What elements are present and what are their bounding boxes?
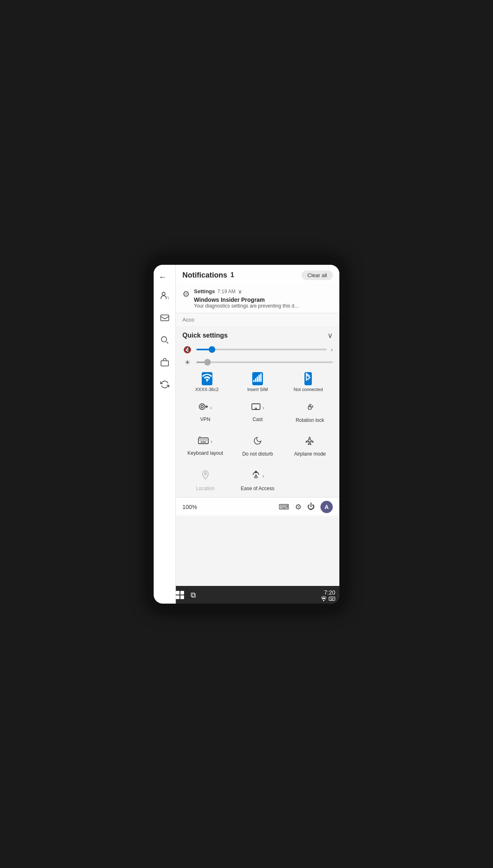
notification-body: Settings 7:19 AM ∨ Windows Insider Progr…	[194, 288, 333, 309]
vpn-arrow-icon: ›	[210, 405, 212, 411]
battery-percentage: 100%	[182, 504, 197, 510]
brightness-slider-track[interactable]	[196, 361, 333, 363]
settings-icon[interactable]: ⚙	[295, 502, 302, 512]
rotation-lock-icon-row	[305, 403, 315, 414]
location-grid-cell[interactable]: Location	[179, 464, 231, 495]
cast-arrow-icon: ›	[263, 405, 264, 411]
brightness-slider-row: ☀	[176, 356, 339, 369]
volume-arrow-icon: ›	[331, 346, 333, 353]
ease-icon-row: ›	[251, 470, 264, 482]
main-tiles-row: › XXXX-36c2	[176, 369, 339, 395]
wifi-tile[interactable]: ›	[202, 372, 212, 385]
volume-slider-track[interactable]	[196, 349, 327, 350]
bluetooth-tile-wrapper: › Not connected	[284, 372, 333, 392]
empty-grid-cell	[284, 464, 336, 495]
location-label: Location	[196, 486, 214, 491]
sidebar-item-people[interactable]	[159, 289, 171, 302]
settings-gear-icon: ⚙	[182, 289, 190, 299]
bottom-bar: 100% ⌨ ⚙ ⏻ A	[176, 497, 339, 516]
account-label: Acco	[182, 317, 194, 323]
notification-desc: Your diagnostics settings are preventing…	[194, 303, 301, 309]
back-button[interactable]: ←	[159, 272, 167, 282]
cast-icon-row: ›	[251, 403, 264, 413]
notification-count: 1	[230, 271, 234, 279]
location-icon-row	[201, 470, 210, 482]
rotation-lock-grid-cell[interactable]: Rotation lock	[284, 397, 336, 427]
keyboard-layout-grid-cell[interactable]: A › Keyboard layout	[179, 431, 231, 461]
brightness-slider-thumb	[204, 359, 211, 366]
svg-rect-3	[161, 361, 168, 366]
taskbar-left: ⧉	[176, 591, 196, 599]
svg-rect-15	[198, 438, 208, 444]
svg-text:A: A	[199, 436, 201, 438]
sidebar-item-search[interactable]	[159, 334, 171, 346]
svg-point-24	[323, 599, 324, 601]
airplane-icon	[305, 436, 315, 448]
svg-point-0	[162, 292, 165, 295]
notification-time: 7:19 AM	[217, 289, 235, 294]
dnd-icon-row	[253, 436, 262, 448]
sim-tile[interactable]: ›	[252, 372, 263, 385]
bluetooth-tile-label: Not connected	[294, 387, 323, 392]
dnd-grid-cell[interactable]: Do not disturb	[231, 431, 283, 461]
keyboard-icon[interactable]: ⌨	[279, 502, 289, 512]
svg-rect-7	[255, 378, 256, 382]
sidebar-item-work[interactable]	[159, 356, 171, 368]
user-avatar[interactable]: A	[320, 501, 333, 513]
qs-grid-row3: Location	[176, 463, 339, 497]
quick-settings-panel: Quick settings ∨ 🔇 › ☀	[176, 326, 339, 586]
ease-label: Ease of Access	[241, 486, 274, 491]
notification-app-name: Settings	[194, 288, 215, 294]
task-view-icon[interactable]: ⧉	[191, 591, 196, 599]
main-content: Notifications 1 Clear all ⚙ Settings 7:1…	[176, 265, 339, 586]
sidebar-item-sync[interactable]	[159, 378, 171, 391]
svg-point-12	[199, 404, 205, 410]
vpn-grid-cell[interactable]: › VPN	[179, 397, 231, 427]
cast-label: Cast	[253, 417, 263, 422]
sim-tile-arrow-icon: ›	[259, 375, 260, 382]
cast-grid-cell[interactable]: › Cast	[231, 397, 283, 427]
vpn-label: VPN	[200, 417, 210, 422]
airplane-grid-cell[interactable]: Airplane mode	[284, 431, 336, 461]
quick-settings-chevron-icon[interactable]: ∨	[327, 331, 333, 340]
windows-start-button[interactable]	[176, 591, 184, 599]
notifications-label: Notifications	[182, 271, 227, 280]
bluetooth-tile[interactable]: ›	[304, 372, 312, 385]
taskbar-wifi-icon	[320, 596, 327, 601]
ease-icon	[251, 470, 261, 482]
clear-all-button[interactable]: Clear all	[302, 271, 333, 280]
notification-app-row: Settings 7:19 AM ∨	[194, 288, 333, 295]
dnd-moon-icon	[253, 436, 262, 448]
wifi-tile-icon	[202, 373, 212, 384]
notification-item[interactable]: ⚙ Settings 7:19 AM ∨ Windows Insider Pro…	[176, 284, 339, 313]
cast-icon	[251, 403, 261, 413]
sidebar-item-mail[interactable]	[159, 312, 171, 324]
svg-point-2	[161, 336, 166, 342]
keyboard-layout-icon: A	[198, 436, 209, 447]
airplane-label: Airplane mode	[294, 451, 326, 457]
volume-slider-thumb	[209, 346, 215, 353]
keyboard-layout-label: Keyboard layout	[187, 450, 223, 456]
vpn-icon	[198, 403, 208, 413]
volume-mute-icon: 🔇	[182, 346, 192, 354]
phone-shell: ←	[148, 257, 345, 611]
keyboard-layout-arrow-icon: ›	[210, 438, 212, 444]
taskbar-right: 7:20	[320, 589, 335, 601]
quick-settings-title: Quick settings	[182, 332, 228, 339]
notifications-title: Notifications 1	[182, 271, 234, 280]
power-icon[interactable]: ⏻	[307, 502, 315, 511]
bluetooth-tile-arrow-icon: ›	[308, 375, 309, 382]
sim-tile-label: Insert SIM	[247, 387, 268, 392]
wifi-tile-label: XXXX-36c2	[195, 387, 219, 392]
svg-point-22	[204, 472, 206, 475]
rotation-lock-icon	[305, 403, 315, 414]
notification-expand-icon[interactable]: ∨	[238, 288, 242, 295]
svg-rect-8	[257, 376, 258, 382]
phone-screen: ←	[154, 265, 339, 604]
rotation-lock-label: Rotation lock	[296, 417, 324, 423]
svg-rect-13	[252, 404, 260, 410]
location-icon	[201, 470, 210, 482]
svg-rect-25	[329, 597, 335, 600]
bottom-icons-row: ⌨ ⚙ ⏻ A	[279, 501, 333, 513]
ease-grid-cell[interactable]: › Ease of Access	[231, 464, 283, 495]
